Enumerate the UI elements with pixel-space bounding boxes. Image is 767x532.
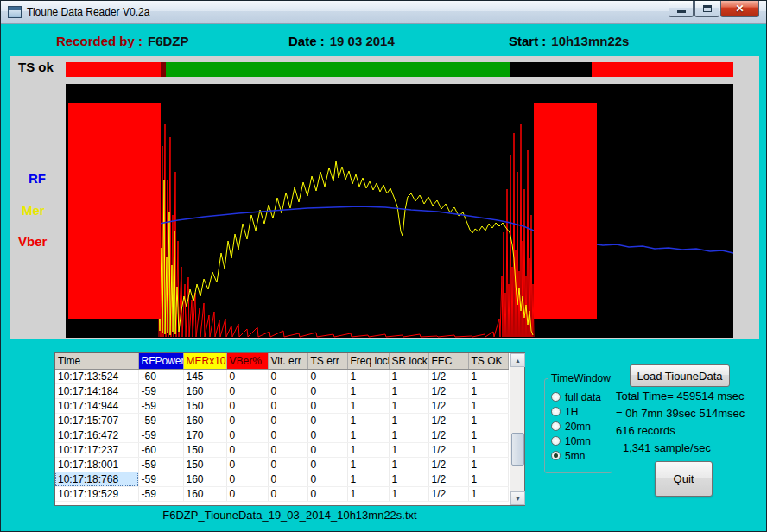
time-window-group: TimeWindow full data1H20mn10mn5mn xyxy=(544,378,612,473)
table-cell: 0 xyxy=(226,457,268,472)
table-cell: -59 xyxy=(138,383,183,398)
date-label: Date : xyxy=(288,34,325,48)
quit-button[interactable]: Quit xyxy=(655,461,713,497)
table-cell: 1 xyxy=(389,457,428,472)
column-header[interactable]: FEC xyxy=(428,353,468,369)
signal-loss-block xyxy=(534,103,597,319)
table-cell: 0 xyxy=(226,486,268,501)
table-cell: -59 xyxy=(138,428,183,442)
table-cell: 0 xyxy=(307,486,347,501)
table-cell: 1/2 xyxy=(428,457,468,472)
radio-label: 5mn xyxy=(565,450,585,462)
loaded-filename: F6DZP_TiouneData_19_03_2014_10h13mn22s.t… xyxy=(54,509,525,522)
table-cell: 0 xyxy=(268,457,307,472)
column-header[interactable]: VBer% xyxy=(226,353,268,369)
radio-label: 10mn xyxy=(565,435,591,447)
maximize-button[interactable] xyxy=(694,1,719,17)
close-button[interactable]: ✕ xyxy=(720,1,759,17)
mer-label: Mer xyxy=(22,203,45,218)
table-row[interactable]: 10:17:16:472-59170000111/21 xyxy=(55,428,508,442)
table-cell: 1 xyxy=(468,442,508,457)
column-header[interactable]: Vit. err xyxy=(268,353,307,369)
minimize-button[interactable] xyxy=(669,1,694,17)
table-vertical-scrollbar[interactable]: ▲ ▼ xyxy=(510,353,524,505)
radio-option-5mn[interactable]: 5mn xyxy=(551,448,610,463)
ts-bar-segment xyxy=(166,62,510,77)
recorded-by: Recorded by :F6DZP xyxy=(56,34,189,48)
table-cell: -59 xyxy=(138,413,183,428)
table-cell: 1 xyxy=(389,428,428,442)
table-cell: 1 xyxy=(347,369,389,383)
table-cell: 10:17:15:707 xyxy=(55,413,138,428)
table-cell: 0 xyxy=(307,428,347,442)
column-header[interactable]: MERx10 xyxy=(183,353,226,369)
recorded-by-label: Recorded by : xyxy=(56,34,143,48)
table-row[interactable]: 10:17:14:184-59160000111/21 xyxy=(55,383,508,398)
radio-icon xyxy=(551,392,561,402)
table-cell: 1 xyxy=(468,398,508,413)
table-row[interactable]: 10:17:18:768-59160000111/21 xyxy=(55,472,508,486)
table-cell: 0 xyxy=(226,428,268,442)
column-header[interactable]: Freq lock xyxy=(347,353,389,369)
table-cell: 1 xyxy=(468,383,508,398)
quit-button-label: Quit xyxy=(674,472,694,485)
ts-bar-segment xyxy=(592,62,733,77)
app-icon xyxy=(8,6,22,18)
scroll-up-button[interactable]: ▲ xyxy=(510,353,525,367)
column-header[interactable]: Time xyxy=(55,353,138,369)
radio-option-full-data[interactable]: full data xyxy=(551,390,610,404)
table-row[interactable]: 10:17:18:001-59150000111/21 xyxy=(55,457,508,472)
radio-option-10mn[interactable]: 10mn xyxy=(551,434,610,448)
date: Date :19 03 2014 xyxy=(288,34,395,48)
column-header[interactable]: TS err xyxy=(307,353,347,369)
table-row[interactable]: 10:17:14:944-59150000111/21 xyxy=(55,398,508,413)
session-info-row: Recorded by :F6DZP Date :19 03 2014 Star… xyxy=(1,34,766,53)
table-cell: -59 xyxy=(138,398,183,413)
minimize-icon xyxy=(677,10,686,13)
table-cell: 0 xyxy=(226,442,268,457)
table-cell: 1 xyxy=(347,398,389,413)
scrollbar-thumb[interactable] xyxy=(511,433,524,466)
radio-option-20mn[interactable]: 20mn xyxy=(551,419,610,434)
table-cell: 0 xyxy=(307,472,347,486)
table-cell: 160 xyxy=(183,413,226,428)
table-cell: 1 xyxy=(389,472,428,486)
table-cell: 1 xyxy=(347,442,389,457)
signal-chart xyxy=(66,84,733,338)
table-cell: 145 xyxy=(183,369,226,383)
table-cell: 1 xyxy=(347,383,389,398)
column-header[interactable]: TS OK xyxy=(468,353,508,369)
table-cell: 10:17:13:524 xyxy=(55,369,138,383)
table-cell: 1 xyxy=(347,413,389,428)
table-cell: 1/2 xyxy=(428,383,468,398)
record-count: 616 records xyxy=(616,422,763,440)
table-row[interactable]: 10:17:19:529-59160000111/21 xyxy=(55,486,508,501)
table-cell: 160 xyxy=(183,472,226,486)
table-cell: 10:17:14:944 xyxy=(55,398,138,413)
table-cell: 0 xyxy=(226,383,268,398)
table-cell: 10:17:18:768 xyxy=(55,472,138,486)
table-row[interactable]: 10:17:17:237-60150000111/21 xyxy=(55,442,508,457)
table-cell: 1 xyxy=(468,472,508,486)
table-cell: 0 xyxy=(268,472,307,486)
radio-option-1h[interactable]: 1H xyxy=(551,404,610,419)
table-cell: 0 xyxy=(268,369,307,383)
table-cell: 0 xyxy=(268,413,307,428)
load-tioune-data-button[interactable]: Load TiouneData xyxy=(630,364,730,387)
scroll-up-icon: ▲ xyxy=(515,358,521,364)
titlebar[interactable]: Tioune Data Reader V0.2a ✕ xyxy=(1,1,766,24)
table-cell: 1 xyxy=(468,486,508,501)
table-cell: 1/2 xyxy=(428,486,468,501)
table-cell: 150 xyxy=(183,442,226,457)
table-row[interactable]: 10:17:13:524-60145000111/21 xyxy=(55,369,508,383)
table-cell: 10:17:19:529 xyxy=(55,486,138,501)
column-header[interactable]: RFPower xyxy=(138,353,183,369)
column-header[interactable]: SR lock xyxy=(389,353,428,369)
scroll-down-button[interactable]: ▼ xyxy=(510,491,525,505)
total-time-hms: = 0h 7mn 39sec 514msec xyxy=(616,405,763,422)
table-row[interactable]: 10:17:15:707-59160000111/21 xyxy=(55,413,508,428)
table-cell: 0 xyxy=(226,413,268,428)
maximize-icon xyxy=(703,5,712,12)
rf-label: RF xyxy=(29,171,46,186)
vber-trace xyxy=(159,120,534,337)
